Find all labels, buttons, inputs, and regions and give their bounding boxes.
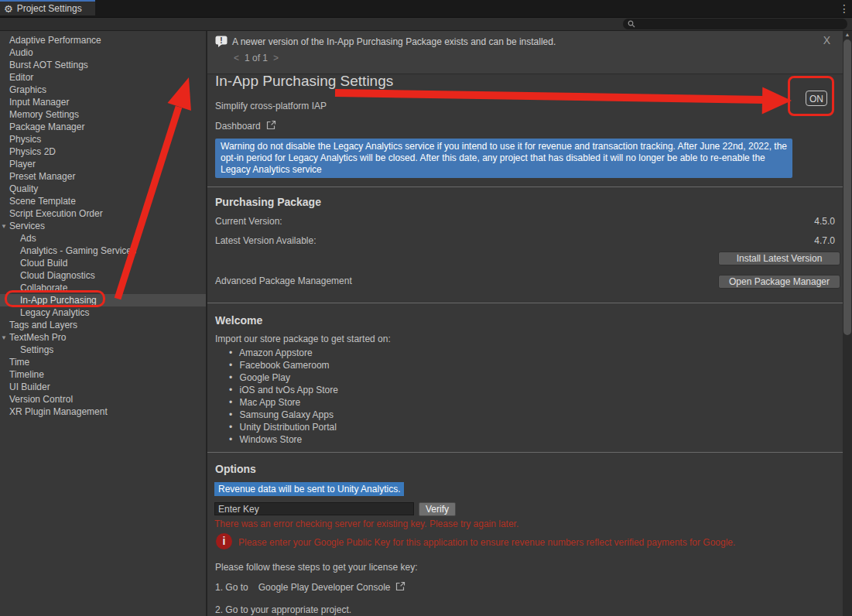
expander-icon[interactable]: ▼: [1, 221, 7, 233]
dashboard-link[interactable]: Dashboard: [215, 120, 276, 132]
sidebar-item-label: In-App Purchasing: [20, 295, 97, 306]
sidebar-item-editor[interactable]: ▼ Editor: [0, 71, 206, 84]
store-name: Mac App Store: [240, 397, 301, 408]
sidebar-item-in-app-purchasing[interactable]: ▼ In-App Purchasing: [0, 294, 206, 306]
sidebar-item-label: Collaborate: [20, 282, 67, 293]
sidebar-item-label: Tags and Layers: [9, 320, 77, 330]
dashboard-link-label: Dashboard: [215, 121, 261, 132]
google-play-console-link[interactable]: Google Play Developer Console: [258, 582, 391, 593]
sidebar-item-label: Adaptive Performance: [9, 35, 101, 46]
latest-version-label: Latest Version Available:: [215, 235, 317, 246]
expander-icon[interactable]: ▼: [1, 332, 7, 344]
sidebar-item-legacy-analytics[interactable]: ▼ Legacy Analytics: [0, 306, 206, 319]
sidebar-item-label: Time: [9, 357, 29, 368]
bullet-icon: •: [229, 409, 232, 420]
sidebar-item-collaborate[interactable]: ▼ Collaborate: [0, 282, 206, 294]
legacy-analytics-warning: Warning do not disable the Legacy Analyt…: [215, 139, 792, 178]
step-2-text: 2. Go to your appropriate project.: [215, 604, 351, 615]
search-input[interactable]: [623, 19, 847, 29]
notification-pager: < 1 of 1 >: [234, 53, 279, 63]
sidebar-item-cloud-build[interactable]: ▼ Cloud Build: [0, 257, 206, 269]
sidebar-item-label: Cloud Build: [20, 258, 67, 269]
sidebar-item-label: Physics 2D: [9, 146, 56, 157]
install-latest-version-button[interactable]: Install Latest Version: [718, 252, 840, 265]
sidebar-item-quality[interactable]: ▼ Quality: [0, 183, 206, 195]
scroll-up-icon[interactable]: ▲: [843, 31, 852, 39]
sidebar-item-package-manager[interactable]: ▼ Package Manager: [0, 121, 206, 133]
bullet-icon: •: [229, 385, 232, 395]
notification-bar: ! A newer version of the In-App Purchasi…: [207, 31, 843, 74]
sidebar-item-player[interactable]: ▼ Player: [0, 158, 206, 170]
sidebar-item-label: Analytics - Gaming Services: [20, 245, 136, 256]
store-name: Amazon Appstore: [239, 347, 313, 358]
sidebar-item-audio[interactable]: ▼ Audio: [0, 46, 206, 59]
sidebar-item-label: Settings: [20, 344, 53, 355]
verify-button[interactable]: Verify: [419, 502, 456, 516]
svg-text:!: !: [220, 36, 222, 45]
sidebar-item-label: XR Plugin Management: [9, 406, 108, 417]
sidebar-item-services[interactable]: ▼ Services: [0, 220, 206, 232]
notification-message: A newer version of the In-App Purchasing…: [232, 36, 556, 47]
sidebar-item-analytics-gaming-services[interactable]: ▼ Analytics - Gaming Services: [0, 245, 206, 257]
open-package-manager-button[interactable]: Open Package Manager: [718, 275, 840, 289]
sidebar-item-label: Cloud Diagnostics: [20, 270, 95, 281]
store-name: Google Play: [240, 372, 290, 383]
service-on-toggle[interactable]: ON: [806, 91, 827, 106]
vertical-scrollbar[interactable]: ▲: [843, 31, 852, 616]
welcome-heading: Welcome: [215, 314, 262, 327]
store-list: • Amazon Appstore • Facebook Gameroom • …: [229, 347, 338, 446]
sidebar-item-tags-and-layers[interactable]: ▼ Tags and Layers: [0, 319, 206, 331]
sidebar-item-adaptive-performance[interactable]: ▼ Adaptive Performance: [0, 34, 206, 46]
store-name: iOS and tvOs App Store: [240, 385, 338, 395]
sidebar-item-textmesh-pro[interactable]: ▼ TextMesh Pro: [0, 331, 206, 344]
latest-version-value: 4.7.0: [814, 235, 835, 246]
sidebar-item-settings[interactable]: ▼ Settings: [0, 344, 206, 356]
sidebar-item-label: Audio: [9, 47, 33, 58]
store-list-item: • Samsung Galaxy Apps: [229, 409, 338, 421]
welcome-intro: Import our store package to get started …: [215, 334, 391, 344]
sidebar-item-preset-manager[interactable]: ▼ Preset Manager: [0, 170, 206, 183]
sidebar-item-scene-template[interactable]: ▼ Scene Template: [0, 195, 206, 207]
project-settings-window: ⚙ Project Settings ⋮ ▼ Adaptive Performa…: [0, 0, 852, 616]
pager-prev-icon[interactable]: <: [234, 53, 239, 63]
options-heading: Options: [215, 463, 256, 475]
scrollbar-thumb[interactable]: [843, 39, 851, 335]
store-name: Unity Distribution Portal: [240, 422, 337, 433]
sidebar-item-cloud-diagnostics[interactable]: ▼ Cloud Diagnostics: [0, 269, 206, 282]
bullet-icon: •: [229, 372, 232, 383]
kebab-menu-icon[interactable]: ⋮: [839, 1, 850, 16]
bullet-icon: •: [229, 434, 232, 445]
google-key-input[interactable]: [214, 502, 414, 515]
sidebar-item-label: Version Control: [9, 394, 73, 405]
search-icon: [628, 20, 635, 28]
tab-project-settings[interactable]: ⚙ Project Settings: [0, 0, 95, 15]
bullet-icon: •: [229, 422, 232, 433]
sidebar-item-script-execution-order[interactable]: ▼ Script Execution Order: [0, 207, 206, 220]
sidebar-item-xr-plugin-management[interactable]: ▼ XR Plugin Management: [0, 406, 206, 418]
bullet-icon: •: [229, 347, 232, 358]
sidebar-item-ui-builder[interactable]: ▼ UI Builder: [0, 381, 206, 393]
sidebar-item-physics[interactable]: ▼ Physics: [0, 133, 206, 145]
close-icon[interactable]: X: [823, 34, 830, 46]
sidebar-item-ads[interactable]: ▼ Ads: [0, 232, 206, 245]
current-version-value: 4.5.0: [814, 216, 835, 227]
sidebar-item-graphics[interactable]: ▼ Graphics: [0, 84, 206, 96]
external-link-icon[interactable]: [395, 581, 405, 594]
store-list-item: • Mac App Store: [229, 396, 338, 409]
sidebar-item-label: Burst AOT Settings: [9, 60, 88, 70]
sidebar-item-input-manager[interactable]: ▼ Input Manager: [0, 96, 206, 108]
sidebar-item-burst-aot-settings[interactable]: ▼ Burst AOT Settings: [0, 59, 206, 71]
step-1-row: 1. Go to Google Play Developer Console: [215, 581, 405, 594]
sidebar-item-label: UI Builder: [9, 382, 50, 392]
sidebar-item-memory-settings[interactable]: ▼ Memory Settings: [0, 108, 206, 121]
sidebar-item-physics-2d[interactable]: ▼ Physics 2D: [0, 145, 206, 158]
pager-next-icon[interactable]: >: [273, 53, 279, 63]
store-name: Windows Store: [240, 434, 303, 445]
sidebar-item-version-control[interactable]: ▼ Version Control: [0, 393, 206, 406]
sidebar-item-time[interactable]: ▼ Time: [0, 356, 206, 368]
sidebar-item-timeline[interactable]: ▼ Timeline: [0, 368, 206, 381]
error-info-icon: i: [216, 533, 232, 549]
store-name: Samsung Galaxy Apps: [240, 409, 334, 420]
store-list-item: • Amazon Appstore: [229, 347, 338, 359]
sidebar-item-label: Package Manager: [9, 121, 84, 132]
